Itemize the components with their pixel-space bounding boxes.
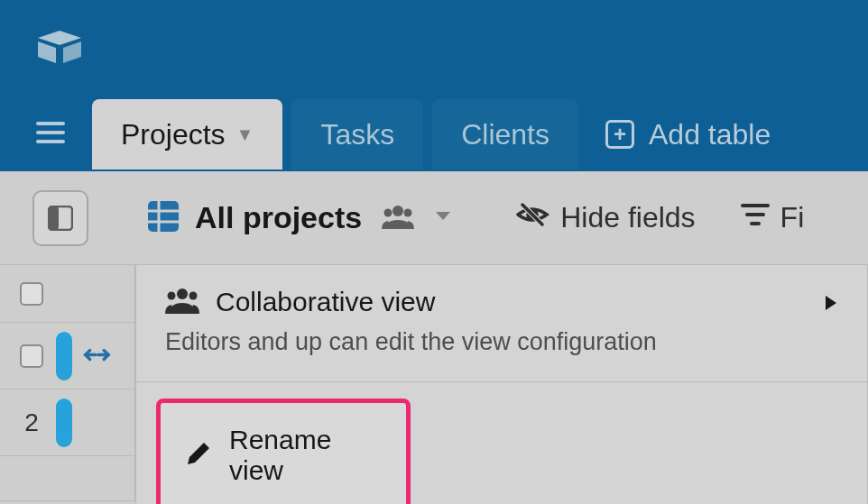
add-table-button[interactable]: + Add table: [605, 118, 771, 151]
view-toolbar: All projects Hide fields: [0, 171, 868, 265]
view-dropdown-menu: Collaborative view Editors and up can ed…: [135, 265, 868, 504]
svg-point-18: [177, 289, 188, 299]
content-area: 2 Collaborative view: [0, 265, 868, 504]
grid-icon: [146, 199, 180, 237]
table-row[interactable]: [0, 456, 134, 501]
select-all-row[interactable]: [0, 265, 134, 323]
checkbox[interactable]: [20, 282, 43, 306]
svg-point-10: [384, 208, 392, 216]
tab-label: Tasks: [320, 118, 394, 151]
app-header: [0, 0, 868, 97]
tab-tasks[interactable]: Tasks: [291, 99, 423, 170]
logo-icon: [36, 27, 83, 70]
chevron-right-icon: [824, 294, 838, 316]
table-row[interactable]: 2: [0, 389, 134, 456]
chevron-down-icon: [434, 210, 452, 226]
hide-fields-button[interactable]: Hide fields: [515, 201, 695, 234]
collaborative-view-item[interactable]: Collaborative view Editors and up can ed…: [136, 265, 867, 382]
svg-rect-5: [148, 201, 179, 232]
row-color-indicator: [56, 332, 72, 380]
hide-fields-label: Hide fields: [560, 201, 695, 234]
row-rail: 2: [0, 265, 135, 501]
sidebar-toggle-button[interactable]: [32, 190, 88, 246]
tab-clients[interactable]: Clients: [432, 99, 578, 170]
svg-point-9: [392, 206, 403, 216]
svg-point-20: [189, 292, 198, 300]
filter-icon: [741, 201, 770, 234]
hamburger-icon[interactable]: [36, 121, 65, 148]
tab-label: Projects: [121, 118, 226, 151]
row-color-indicator: [56, 399, 72, 447]
panel-icon: [48, 206, 73, 231]
eye-off-icon: [515, 201, 549, 234]
tab-projects[interactable]: Projects ▼: [92, 99, 282, 170]
pencil-icon: [186, 441, 211, 470]
checkbox[interactable]: [20, 344, 43, 368]
menu-item-description: Editors and up can edit the view configu…: [165, 328, 838, 356]
menu-item-title: Collaborative view: [216, 287, 435, 317]
people-icon: [382, 204, 414, 233]
svg-point-19: [168, 292, 176, 300]
menu-item-label: Rename view: [229, 425, 381, 486]
people-icon: [165, 287, 199, 317]
view-selector[interactable]: All projects: [146, 199, 452, 237]
plus-icon: +: [605, 120, 634, 149]
tab-label: Clients: [461, 118, 549, 151]
filter-label: Fi: [780, 201, 805, 234]
expand-icon[interactable]: [79, 339, 113, 372]
table-row[interactable]: [0, 323, 134, 389]
chevron-down-icon: ▼: [236, 124, 254, 145]
row-number: 2: [20, 408, 43, 437]
view-name-label: All projects: [195, 200, 362, 235]
table-tabs: Projects ▼ Tasks Clients + Add table: [0, 97, 868, 171]
svg-rect-4: [49, 206, 59, 230]
rename-view-item[interactable]: Rename view: [156, 399, 411, 504]
add-table-label: Add table: [649, 118, 771, 151]
svg-point-11: [404, 208, 412, 216]
filter-button[interactable]: Fi: [741, 201, 805, 234]
